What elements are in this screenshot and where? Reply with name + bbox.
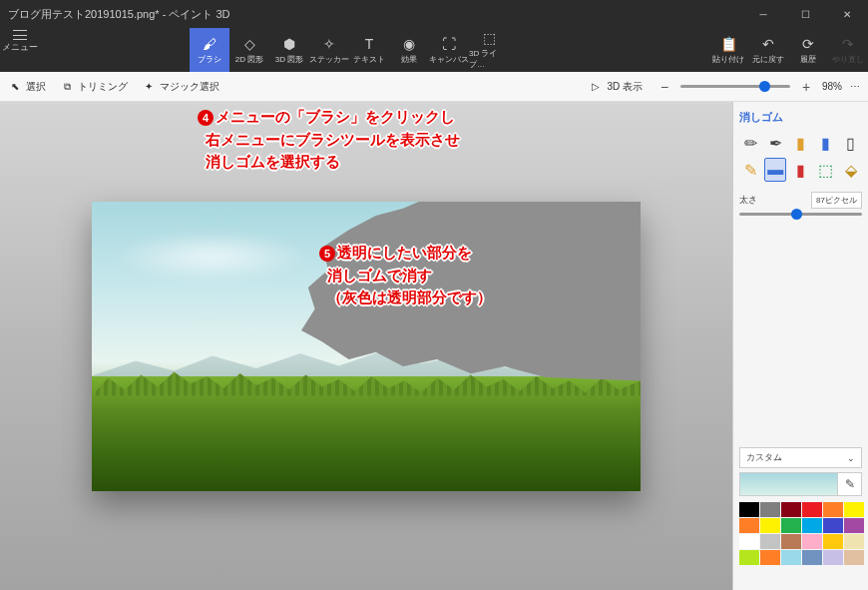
zoom-value: 98% — [822, 81, 842, 92]
color-swatch[interactable] — [823, 518, 843, 533]
color-swatch[interactable] — [802, 534, 822, 549]
zoom-slider-thumb[interactable] — [759, 81, 770, 92]
tool-paste[interactable]: 📋 貼り付け — [708, 28, 748, 72]
brush-icon: 🖌 — [202, 36, 217, 52]
color-swatch[interactable] — [823, 550, 843, 565]
sub-toolbar: ⬉ 選択 ⧉ トリミング ✦ マジック選択 ▷ 3D 表示 − + 98% ⋯ — [0, 72, 868, 102]
color-swatch[interactable] — [760, 534, 780, 549]
tool-effects[interactable]: ◉ 効果 — [389, 28, 429, 72]
crop-icon: ⧉ — [60, 80, 74, 94]
text-icon: T — [361, 36, 377, 52]
color-swatch[interactable] — [844, 518, 864, 533]
view-3d-toggle[interactable]: ▷ 3D 表示 — [589, 80, 643, 94]
tool-redo: ↷ やり直し — [828, 28, 868, 72]
cursor-icon: ⬉ — [8, 80, 22, 94]
close-button[interactable]: ✕ — [826, 0, 868, 28]
brush-pencil[interactable]: ✎ — [739, 158, 761, 182]
more-icon[interactable]: ⋯ — [850, 81, 860, 92]
color-swatch[interactable] — [781, 518, 801, 533]
color-swatch[interactable] — [781, 502, 801, 517]
thickness-value[interactable]: 87ピクセル — [811, 192, 862, 209]
color-swatch-current[interactable] — [740, 473, 837, 495]
brush-eraser[interactable]: ▬ — [764, 158, 786, 182]
redo-icon: ↷ — [840, 36, 856, 52]
sidebar-title: 消しゴム — [739, 108, 862, 131]
color-swatch[interactable] — [739, 518, 759, 533]
color-swatch[interactable] — [802, 502, 822, 517]
history-icon: ⟳ — [800, 36, 816, 52]
canvas-cloud — [112, 232, 311, 282]
magic-icon: ✦ — [142, 80, 156, 94]
zoom-slider[interactable] — [680, 85, 790, 88]
magic-select-tool[interactable]: ✦ マジック選択 — [142, 80, 219, 94]
brush-marker[interactable]: ✏ — [739, 131, 761, 155]
trim-tool[interactable]: ⧉ トリミング — [60, 80, 128, 94]
color-swatch[interactable] — [802, 550, 822, 565]
menu-button[interactable]: メニュー — [0, 28, 40, 56]
canvas-area[interactable]: 4メニューの「ブラシ」をクリックし 右メニューにブラシツールを表示させ 消しゴム… — [0, 102, 732, 590]
color-swatch[interactable] — [844, 534, 864, 549]
color-palette — [739, 502, 862, 565]
color-swatch[interactable] — [781, 550, 801, 565]
brush-pen[interactable]: ✒ — [764, 131, 786, 155]
library-icon: ⬚ — [481, 30, 497, 46]
brush-crayon[interactable]: ▮ — [789, 158, 811, 182]
brush-pixel[interactable]: ▯ — [840, 131, 862, 155]
sticker-icon: ✧ — [321, 36, 337, 52]
tool-3d-library[interactable]: ⬚ 3D ライブ… — [469, 28, 509, 72]
annotation-5: 5透明にしたい部分を 消しゴムで消す （灰色は透明部分です） — [319, 242, 492, 309]
brush-watercolor[interactable]: ▮ — [815, 131, 837, 155]
color-swatch[interactable] — [823, 502, 843, 517]
zoom-in-button[interactable]: + — [798, 79, 814, 95]
color-swatch[interactable] — [823, 534, 843, 549]
zoom-out-button[interactable]: − — [656, 79, 672, 95]
tool-sticker[interactable]: ✧ ステッカー — [309, 28, 349, 72]
chevron-down-icon: ⌄ — [847, 453, 855, 463]
color-swatch[interactable] — [802, 518, 822, 533]
color-swatch[interactable] — [760, 518, 780, 533]
hamburger-icon — [13, 30, 27, 40]
maximize-button[interactable]: ☐ — [784, 0, 826, 28]
brush-fill[interactable]: ⬙ — [840, 158, 862, 182]
titlebar: ブログ用テスト20191015.png* - ペイント 3D ─ ☐ ✕ — [0, 0, 868, 28]
thickness-row: 太さ 87ピクセル — [739, 192, 862, 209]
color-swatch[interactable] — [739, 550, 759, 565]
color-mode-dropdown[interactable]: カスタム ⌄ — [739, 447, 862, 468]
window-title: ブログ用テスト20191015.png* - ペイント 3D — [8, 7, 230, 22]
color-swatch[interactable] — [781, 534, 801, 549]
shapes-3d-icon: ⬢ — [281, 36, 297, 52]
thickness-slider-thumb[interactable] — [791, 209, 802, 220]
eyedropper-button[interactable]: ✎ — [837, 473, 861, 495]
color-swatch[interactable] — [760, 550, 780, 565]
tool-canvas[interactable]: ⛶ キャンバス — [429, 28, 469, 72]
tool-undo[interactable]: ↶ 元に戻す — [748, 28, 788, 72]
tool-history[interactable]: ⟳ 履歴 — [788, 28, 828, 72]
color-swatch[interactable] — [844, 550, 864, 565]
select-tool[interactable]: ⬉ 選択 — [8, 80, 46, 94]
tool-text[interactable]: T テキスト — [349, 28, 389, 72]
paste-icon: 📋 — [720, 36, 736, 52]
tool-brush[interactable]: 🖌 ブラシ — [190, 28, 229, 72]
shapes-2d-icon: ◇ — [241, 36, 257, 52]
zoom-controls: − + 98% ⋯ — [656, 79, 860, 95]
sidebar: 消しゴム ✏ ✒ ▮ ▮ ▯ ✎ ▬ ▮ ⬚ ⬙ 太さ 87ピクセル カスタム … — [732, 102, 868, 590]
main-toolbar: メニュー 🖌 ブラシ ◇ 2D 図形 ⬢ 3D 図形 ✧ ステッカー T テキス… — [0, 28, 868, 72]
color-swatch[interactable] — [739, 534, 759, 549]
brush-oil[interactable]: ▮ — [789, 131, 811, 155]
tool-2d-shapes[interactable]: ◇ 2D 図形 — [229, 28, 269, 72]
color-swatch[interactable] — [739, 502, 759, 517]
tool-3d-shapes[interactable]: ⬢ 3D 図形 — [269, 28, 309, 72]
minimize-button[interactable]: ─ — [742, 0, 784, 28]
undo-icon: ↶ — [760, 36, 776, 52]
effects-icon: ◉ — [401, 36, 417, 52]
thickness-label: 太さ — [739, 194, 757, 207]
brush-grid: ✏ ✒ ▮ ▮ ▯ ✎ ▬ ▮ ⬚ ⬙ — [739, 131, 862, 182]
canvas-icon: ⛶ — [441, 36, 457, 52]
color-swatch[interactable] — [760, 502, 780, 517]
color-swatch[interactable] — [844, 502, 864, 517]
current-color: ✎ — [739, 472, 862, 496]
thickness-slider[interactable] — [739, 213, 862, 216]
play-icon: ▷ — [589, 80, 603, 94]
annotation-4: 4メニューの「ブラシ」をクリックし 右メニューにブラシツールを表示させ 消しゴム… — [198, 106, 460, 174]
brush-spray[interactable]: ⬚ — [815, 158, 837, 182]
